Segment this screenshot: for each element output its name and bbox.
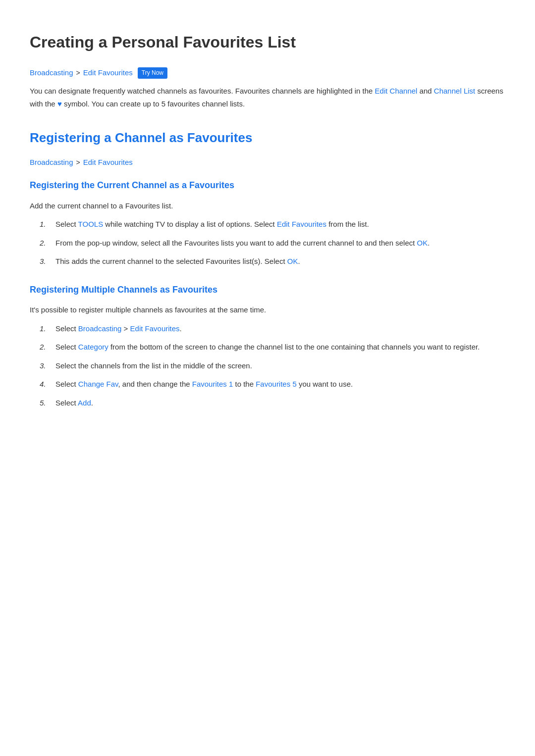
breadcrumb-separator: > [76,67,80,78]
section1-breadcrumb: Broadcasting > Edit Favourites [30,156,505,168]
sub2-step4-text-after: you want to use. [297,380,353,388]
sub2-step2-content: Select Category from the bottom of the s… [55,341,505,353]
subsection1-step2: 2. From the pop-up window, select all th… [40,237,505,250]
subsection2-steps: 1. Select Broadcasting > Edit Favourites… [30,322,505,409]
sub2-step3-text: Select the channels from the list in the… [55,361,252,370]
change-fav-link[interactable]: Change Fav [78,380,118,388]
favourites1-link[interactable]: Favourites 1 [192,380,233,388]
intro-text-2: and [417,87,433,95]
step2-text-before: From the pop-up window, select all the F… [55,239,417,247]
page-title: Creating a Personal Favourites List [30,30,505,55]
sub2-step4-number: 4. [40,378,50,391]
sub2-step1-after: . [180,324,182,333]
subsection2-intro: It's possible to register multiple chann… [30,303,505,316]
intro-paragraph: You can designate frequently watched cha… [30,85,505,110]
broadcasting-link-sub2[interactable]: Broadcasting [78,324,122,333]
section1-breadcrumb-broadcasting[interactable]: Broadcasting [30,156,73,168]
sub2-step1-number: 1. [40,322,50,335]
subsection1-intro: Add the current channel to a Favourites … [30,200,505,212]
ok-link-step3[interactable]: OK [287,257,298,265]
ok-link-step2[interactable]: OK [417,239,428,247]
subsection1-step3: 3. This adds the current channel to the … [40,255,505,268]
intro-text-1: You can designate frequently watched cha… [30,87,375,95]
subsection2-step4: 4. Select Change Fav, and then change th… [40,378,505,391]
sub2-step2-text-before: Select [55,343,78,351]
sub2-step1-text-before: Select [55,324,78,333]
step3-text-after: . [298,257,300,265]
sub2-step3-number: 3. [40,359,50,372]
sub2-step2-after: from the bottom of the screen to change … [108,343,480,351]
subsection2-step1: 1. Select Broadcasting > Edit Favourites… [40,322,505,335]
sub2-step1-content: Select Broadcasting > Edit Favourites. [55,322,505,335]
step1-number: 1. [40,218,50,231]
add-link[interactable]: Add [78,399,91,407]
subsection2-step2: 2. Select Category from the bottom of th… [40,341,505,353]
step1-content: Select TOOLS while watching TV to displa… [55,218,505,231]
subsection1-block: Registering the Current Channel as a Fav… [30,178,505,268]
step1-text-after: from the list. [326,220,369,228]
sub2-step2-number: 2. [40,341,50,353]
heart-symbol: ♥ [57,100,62,108]
sub2-step5-text-before: Select [55,399,78,407]
step2-content: From the pop-up window, select all the F… [55,237,505,250]
edit-favourites-link-step1[interactable]: Edit Favourites [277,220,326,228]
try-now-badge[interactable]: Try Now [138,67,167,79]
subsection1-steps: 1. Select TOOLS while watching TV to dis… [30,218,505,268]
sub2-step4-text-middle2: to the [233,380,256,388]
subsection2-step5: 5. Select Add. [40,397,505,409]
step1-text-middle: while watching TV to display a list of o… [103,220,277,228]
sub2-step5-text-after: . [91,399,93,407]
intro-breadcrumb: Broadcasting > Edit Favourites Try Now [30,67,505,79]
sub2-step4-content: Select Change Fav, and then change the F… [55,378,505,391]
breadcrumb-broadcasting-link[interactable]: Broadcasting [30,67,73,79]
step3-content: This adds the current channel to the sel… [55,255,505,268]
sub2-step1-sep: > [121,324,130,333]
step2-number: 2. [40,237,50,250]
category-link[interactable]: Category [78,343,108,351]
subsection1-step1: 1. Select TOOLS while watching TV to dis… [40,218,505,231]
tools-link[interactable]: TOOLS [78,220,104,228]
sub2-step4-text-middle: , and then change the [118,380,192,388]
edit-channel-link[interactable]: Edit Channel [375,87,418,95]
step2-text-after: . [428,239,429,247]
subsection2-title: Registering Multiple Channels as Favouri… [30,283,505,297]
sub2-step4-text-before: Select [55,380,78,388]
section1-breadcrumb-edit-favourites[interactable]: Edit Favourites [83,156,133,168]
channel-list-link[interactable]: Channel List [434,87,475,95]
subsection1-title: Registering the Current Channel as a Fav… [30,178,505,193]
section1-title: Registering a Channel as Favourites [30,128,505,149]
section1-breadcrumb-separator: > [76,157,80,168]
step3-text-before: This adds the current channel to the sel… [55,257,287,265]
breadcrumb-edit-favourites-link[interactable]: Edit Favourites [83,67,133,79]
subsection2-step3: 3. Select the channels from the list in … [40,359,505,372]
favourites5-link[interactable]: Favourites 5 [256,380,297,388]
step1-text-before: Select [55,220,78,228]
sub2-step5-number: 5. [40,397,50,409]
step3-number: 3. [40,255,50,268]
edit-favourites-link-sub2[interactable]: Edit Favourites [130,324,180,333]
sub2-step3-content: Select the channels from the list in the… [55,359,505,372]
intro-text-4: symbol. You can create up to 5 favourite… [62,100,245,108]
subsection2-block: Registering Multiple Channels as Favouri… [30,283,505,409]
sub2-step5-content: Select Add. [55,397,505,409]
